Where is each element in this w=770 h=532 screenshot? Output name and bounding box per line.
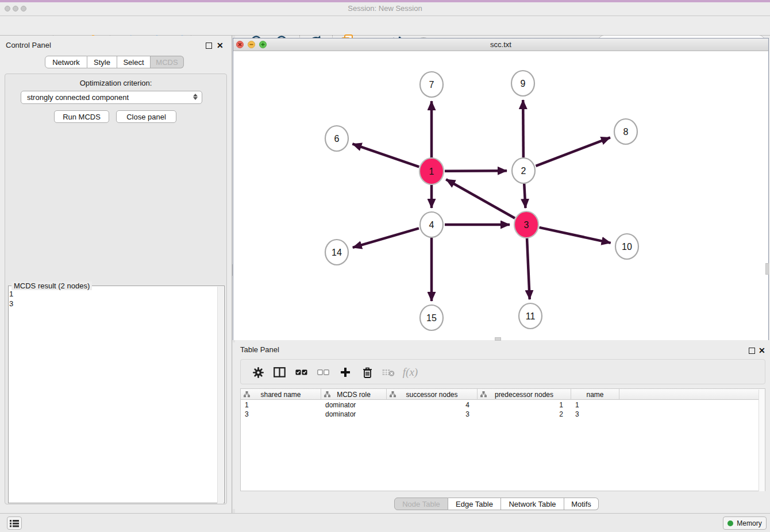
graph-node-11[interactable]: 11 [519, 303, 542, 329]
svg-text:2: 2 [521, 166, 526, 176]
graph-edge-3-1[interactable] [446, 179, 515, 218]
column-header-successor-nodes[interactable]: successor nodes [387, 389, 478, 400]
window-top-accent [0, 0, 770, 2]
table-toolbar: f(x) [240, 359, 765, 384]
delete-icon[interactable] [357, 364, 377, 381]
graph-edge-1-2[interactable] [445, 171, 507, 171]
table-cell[interactable]: dominator [321, 410, 387, 419]
graph-node-7[interactable]: 7 [420, 72, 443, 97]
svg-text:9: 9 [521, 79, 526, 88]
deselect-checkboxes-icon[interactable] [313, 364, 333, 381]
delete-table-icon[interactable] [379, 364, 398, 381]
result-line: 1 [9, 289, 13, 299]
close-table-panel-icon[interactable]: ✕ [759, 348, 765, 354]
table-cell[interactable]: dominator [321, 400, 387, 410]
table-cell[interactable]: 1 [571, 400, 619, 410]
graph-edge-2-9[interactable] [523, 100, 523, 157]
graph-edge-3-11[interactable] [527, 238, 530, 299]
gear-icon[interactable] [248, 364, 268, 381]
table-cell[interactable]: 4 [387, 400, 478, 410]
tab-network-table[interactable]: Network Table [501, 498, 564, 510]
control-panel-title: Control Panel [6, 41, 51, 49]
table-row[interactable]: 3dominator323 [241, 410, 765, 419]
network-window-title: scc.txt [233, 40, 768, 49]
control-panel-tabs: NetworkStyleSelectMCDS [45, 56, 184, 68]
column-header-name[interactable]: name [571, 389, 619, 400]
horizontal-splitter-handle[interactable] [495, 337, 501, 341]
table-cell[interactable]: 3 [571, 410, 619, 419]
graph-edge-2-3[interactable] [524, 184, 525, 208]
graph-node-8[interactable]: 8 [614, 119, 637, 144]
graph-node-9[interactable]: 9 [511, 71, 534, 96]
graph-node-6[interactable]: 6 [325, 126, 348, 151]
svg-text:15: 15 [426, 313, 437, 323]
graph-edge-1-6[interactable] [352, 144, 419, 167]
status-bar: Memory [0, 513, 770, 532]
tab-motifs[interactable]: Motifs [564, 498, 599, 510]
optimization-criterion-label: Optimization criterion: [5, 79, 227, 87]
table-cell[interactable]: 1 [241, 400, 321, 410]
mcds-result-box[interactable] [8, 286, 225, 503]
float-table-panel-icon[interactable] [749, 348, 755, 354]
memory-button[interactable]: Memory [723, 516, 767, 530]
task-history-button[interactable] [7, 516, 22, 530]
tab-node-table[interactable]: Node Table [394, 498, 448, 510]
close-panel-icon[interactable]: ✕ [217, 43, 224, 49]
control-panel: Control Panel ✕ NetworkStyleSelectMCDS O… [0, 36, 232, 513]
network-window-titlebar: scc.txt [233, 38, 768, 51]
list-icon [10, 519, 19, 527]
main-toolbar [0, 16, 770, 36]
table-scrollbar[interactable] [759, 390, 765, 491]
run-mcds-button[interactable]: Run MCDS [54, 110, 109, 123]
tab-mcds[interactable]: MCDS [151, 56, 184, 68]
graph-edge-4-14[interactable] [353, 228, 419, 247]
graph-node-4[interactable]: 4 [420, 212, 443, 237]
tab-style[interactable]: Style [87, 56, 117, 68]
graph-node-14[interactable]: 14 [325, 240, 348, 265]
table-cell[interactable]: 2 [478, 410, 571, 419]
column-header-shared-name[interactable]: shared name [241, 389, 321, 400]
select-stepper-icon [193, 94, 198, 100]
result-scrollbar[interactable] [217, 287, 224, 503]
function-builder-icon[interactable]: f(x) [401, 364, 420, 381]
svg-text:4: 4 [429, 220, 434, 230]
table-panel: Table Panel ✕ [233, 342, 770, 509]
svg-text:10: 10 [622, 242, 632, 252]
table-row[interactable]: 1dominator411 [241, 400, 765, 410]
column-header-predecessor-nodes[interactable]: predecessor nodes [478, 389, 571, 400]
network-canvas[interactable]: 7968124314101511 [233, 51, 768, 340]
tab-select[interactable]: Select [117, 56, 151, 68]
mcds-result-title: MCDS result (2 nodes) [11, 282, 92, 290]
graph-node-2[interactable]: 2 [512, 158, 535, 183]
tab-edge-table[interactable]: Edge Table [448, 498, 501, 510]
table-cell[interactable]: 3 [241, 410, 321, 419]
criterion-select-value: strongly connected component [27, 93, 129, 102]
graph-edge-2-8[interactable] [536, 137, 610, 165]
right-splitter-handle[interactable] [765, 263, 769, 275]
graph-node-1[interactable]: 1 [419, 158, 444, 184]
graph-node-3[interactable]: 3 [514, 211, 538, 238]
graph-edge-3-10[interactable] [539, 228, 610, 243]
criterion-select[interactable]: strongly connected component [21, 91, 202, 104]
node-table: shared nameMCDS rolesuccessor nodesprede… [240, 388, 765, 491]
tab-network[interactable]: Network [45, 56, 87, 68]
graph-node-10[interactable]: 10 [615, 234, 638, 259]
svg-text:3: 3 [524, 220, 529, 230]
svg-text:7: 7 [429, 80, 434, 90]
network-canvas-svg: 7968124314101511 [233, 51, 768, 340]
close-panel-button[interactable]: Close panel [116, 110, 176, 123]
memory-status-icon [727, 521, 733, 526]
column-header-MCDS-role[interactable]: MCDS role [321, 389, 387, 400]
table-panel-title: Table Panel [240, 345, 279, 354]
select-all-checkboxes-icon[interactable] [291, 364, 311, 381]
window-title: Session: New Session [0, 4, 770, 13]
table-tabs: Node TableEdge TableNetwork TableMotifs [394, 498, 599, 510]
memory-label: Memory [737, 519, 761, 527]
float-panel-icon[interactable] [206, 43, 212, 49]
svg-text:6: 6 [334, 134, 340, 144]
add-column-icon[interactable] [336, 364, 355, 381]
table-cell[interactable]: 3 [387, 410, 478, 419]
table-cell[interactable]: 1 [478, 400, 571, 410]
graph-node-15[interactable]: 15 [420, 305, 443, 330]
split-columns-icon[interactable] [270, 364, 289, 381]
